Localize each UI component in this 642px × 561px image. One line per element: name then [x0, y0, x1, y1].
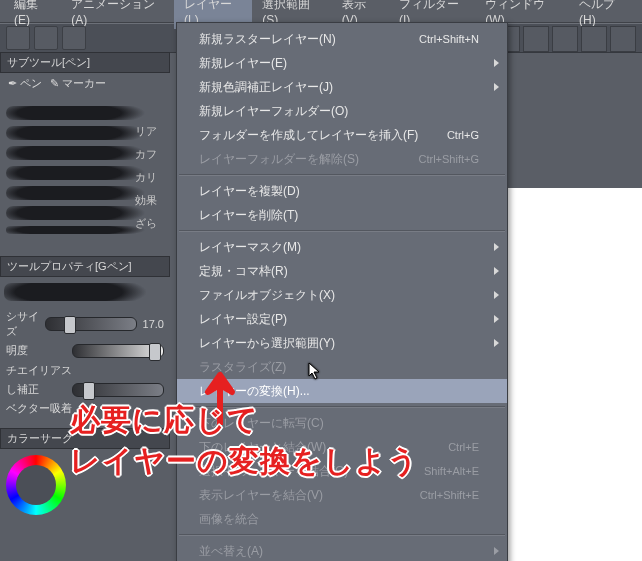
prop-label: チエイリアス: [6, 363, 72, 378]
menu-separator: [179, 406, 505, 408]
menu-item[interactable]: ファイルオブジェクト(X): [177, 283, 507, 307]
menu-item: レイヤーフォルダーを解除(S)Ctrl+Shift+G: [177, 147, 507, 171]
brush-name-fragment: リア: [135, 120, 175, 143]
color-wheel[interactable]: [6, 455, 66, 515]
menu-item-label: 表示レイヤーを結合(V): [199, 487, 323, 504]
subtool-tabs: ✒ ペン ✎ マーカー: [0, 73, 170, 94]
prop-row-size: シサイズ 17.0: [0, 307, 170, 341]
menu-item-label: 選択中のレイヤーを結合(G): [199, 463, 348, 480]
menu-item: 選択中のレイヤーを結合(G)Shift+Alt+E: [177, 459, 507, 483]
menu-separator: [179, 174, 505, 176]
brush-name-fragment: ざら: [135, 212, 175, 235]
menu-item-label: レイヤーマスク(M): [199, 239, 301, 256]
brush-side-labels: リアカフカリ効果ざら: [135, 120, 175, 235]
prop-label: ベクター吸着: [6, 401, 72, 416]
menu-item[interactable]: 定規・コマ枠(R): [177, 259, 507, 283]
prop-label: し補正: [6, 382, 39, 397]
submenu-arrow-icon: [494, 339, 499, 347]
prop-label: 明度: [6, 343, 28, 358]
menu-item-label: ラスタライズ(Z): [199, 359, 286, 376]
menu-item-label: 下のレイヤーと結合(W): [199, 439, 326, 456]
menu-shortcut: Shift+Alt+E: [424, 465, 479, 477]
menu-separator: [179, 230, 505, 232]
menu-item-label: レイヤーの変換(H)...: [199, 383, 310, 400]
prop-row-vector-snap: ベクター吸着: [0, 399, 170, 418]
menu-item[interactable]: 新規レイヤーフォルダー(O): [177, 99, 507, 123]
size-slider[interactable]: [45, 317, 137, 331]
menu-item-label: 新規ラスターレイヤー(N): [199, 31, 336, 48]
tab-pen[interactable]: ✒ ペン: [8, 76, 42, 91]
menu-item[interactable]: 新規レイヤー(E): [177, 51, 507, 75]
submenu-arrow-icon: [494, 547, 499, 555]
menu-item[interactable]: フォルダーを作成してレイヤーを挿入(F)Ctrl+G: [177, 123, 507, 147]
tool-property-title: ツールプロパティ[Gペン]: [0, 256, 170, 277]
menu-separator: [179, 534, 505, 536]
prop-row-stabilize: し補正: [0, 380, 170, 399]
tab-marker[interactable]: ✎ マーカー: [50, 76, 106, 91]
prop-row-brightness: 明度: [0, 341, 170, 360]
prop-label: シサイズ: [6, 309, 45, 339]
menu-shortcut: Ctrl+Shift+N: [419, 33, 479, 45]
color-panel-title: カラーサーク: [0, 428, 170, 449]
menu-item-label: 定規・コマ枠(R): [199, 263, 288, 280]
menu-item-label: レイヤー設定(P): [199, 311, 287, 328]
menu-item-label: 新規レイヤー(E): [199, 55, 287, 72]
menu-item-label: 画像を統合: [199, 511, 259, 528]
submenu-arrow-icon: [494, 243, 499, 251]
menu-item[interactable]: 編集(E): [4, 0, 61, 29]
toolbar-button[interactable]: [581, 26, 607, 52]
menu-item-label: 新規レイヤーフォルダー(O): [199, 103, 348, 120]
menu-item-label: レイヤーを削除(T): [199, 207, 298, 224]
menu-item-label: 新規色調補正レイヤー(J): [199, 79, 333, 96]
size-value: 17.0: [143, 318, 164, 330]
stabilize-slider[interactable]: [72, 383, 164, 397]
toolbar-button[interactable]: [62, 26, 86, 50]
menu-item-label: 下のレイヤーに転写(C): [199, 415, 324, 432]
menu-item[interactable]: レイヤー設定(P): [177, 307, 507, 331]
menu-item: 表示レイヤーを結合(V)Ctrl+Shift+E: [177, 483, 507, 507]
antialias-option[interactable]: [112, 362, 128, 378]
toolbar-right-group: [494, 26, 636, 52]
menu-item-label: フォルダーを作成してレイヤーを挿入(F): [199, 127, 418, 144]
submenu-arrow-icon: [494, 315, 499, 323]
antialias-option[interactable]: [94, 362, 110, 378]
brush-name-fragment: カフ: [135, 143, 175, 166]
menu-item-label: レイヤーから選択範囲(Y): [199, 335, 335, 352]
toolbar-button[interactable]: [552, 26, 578, 52]
toolbar-button[interactable]: [610, 26, 636, 52]
menu-item[interactable]: レイヤーの変換(H)...: [177, 379, 507, 403]
menu-item[interactable]: レイヤーを削除(T): [177, 203, 507, 227]
menu-item[interactable]: 新規色調補正レイヤー(J): [177, 75, 507, 99]
brush-name-fragment: カリ: [135, 166, 175, 189]
antialias-option[interactable]: [130, 362, 146, 378]
menu-item[interactable]: 新規ラスターレイヤー(N)Ctrl+Shift+N: [177, 27, 507, 51]
layer-menu-dropdown: 新規ラスターレイヤー(N)Ctrl+Shift+N新規レイヤー(E)新規色調補正…: [176, 22, 508, 561]
menu-item[interactable]: アニメーション(A): [61, 0, 174, 29]
menu-item[interactable]: ヘルプ(H): [569, 0, 638, 29]
prop-row-antialias: チエイリアス: [0, 360, 170, 380]
submenu-arrow-icon: [494, 83, 499, 91]
menu-item-label: レイヤーフォルダーを解除(S): [199, 151, 359, 168]
menu-item-label: 並べ替え(A): [199, 543, 263, 560]
menu-item[interactable]: レイヤーから選択範囲(Y): [177, 331, 507, 355]
menu-item: 下のレイヤーに転写(C): [177, 411, 507, 435]
brush-preview[interactable]: [6, 106, 164, 120]
menu-item-label: ファイルオブジェクト(X): [199, 287, 335, 304]
antialias-option[interactable]: [148, 362, 164, 378]
menu-shortcut: Ctrl+E: [448, 441, 479, 453]
menu-item[interactable]: レイヤーを複製(D): [177, 179, 507, 203]
toolbar-button[interactable]: [6, 26, 30, 50]
menu-shortcut: Ctrl+G: [447, 129, 479, 141]
brightness-slider[interactable]: [72, 344, 164, 358]
menu-item: 下のレイヤーと結合(W)Ctrl+E: [177, 435, 507, 459]
toolbar-button[interactable]: [523, 26, 549, 52]
toolbar-button[interactable]: [34, 26, 58, 50]
submenu-arrow-icon: [494, 291, 499, 299]
brush-name-fragment: 効果: [135, 189, 175, 212]
menu-shortcut: Ctrl+Shift+E: [420, 489, 479, 501]
menu-item: 画像を統合: [177, 507, 507, 531]
menu-item: 並べ替え(A): [177, 539, 507, 561]
menu-item: ラスタライズ(Z): [177, 355, 507, 379]
menu-item[interactable]: レイヤーマスク(M): [177, 235, 507, 259]
submenu-arrow-icon: [494, 267, 499, 275]
